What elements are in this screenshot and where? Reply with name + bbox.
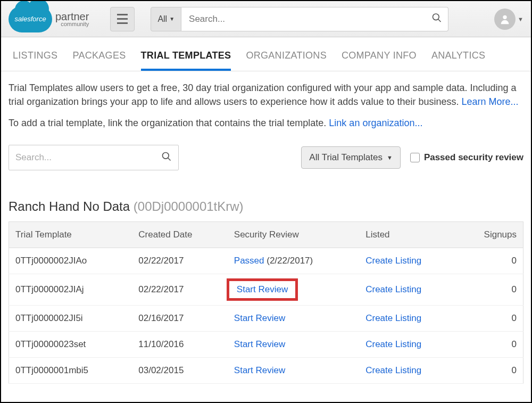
passed-security-review-filter[interactable]: Passed security review <box>410 152 523 163</box>
cell-created-date: 11/10/2016 <box>132 332 228 358</box>
trial-templates-table: Trial Template Created Date Security Rev… <box>9 221 523 384</box>
intro-p1: Trial Templates allow users to get a fre… <box>9 83 517 107</box>
cell-listed: Create Listing <box>359 274 458 306</box>
global-search-input[interactable] <box>181 7 448 31</box>
main-content: Trial Templates allow users to get a fre… <box>1 81 531 384</box>
cell-security-review: Start Review <box>228 274 359 306</box>
tab-trial-templates[interactable]: TRIAL TEMPLATES <box>141 50 231 71</box>
table-row: 0TTj0000002JIAj02/22/2017Start ReviewCre… <box>9 274 523 306</box>
brand-text-wrap: partner community <box>55 11 89 27</box>
security-review-link[interactable]: Start Review <box>234 339 285 349</box>
cell-listed: Create Listing <box>359 332 458 358</box>
salesforce-cloud-logo: salesforce <box>9 6 52 32</box>
menu-button[interactable] <box>110 7 135 31</box>
caret-down-icon: ▼ <box>518 16 523 22</box>
tab-analytics[interactable]: ANALYTICS <box>431 50 485 71</box>
intro-text: Trial Templates allow users to get a fre… <box>9 81 523 130</box>
intro-p2: To add a trial template, link the organi… <box>9 118 329 128</box>
cell-signups: 0 <box>458 358 523 384</box>
caret-down-icon: ▼ <box>387 154 393 161</box>
top-bar: salesforce partner community All ▼ ▼ <box>1 1 531 37</box>
svg-line-4 <box>168 158 171 160</box>
search-scope-dropdown[interactable]: All ▼ <box>151 7 181 31</box>
table-row: 0TTj00000023set11/10/2016Start ReviewCre… <box>9 332 523 358</box>
tab-packages[interactable]: PACKAGES <box>72 50 126 71</box>
security-review-link[interactable]: Passed <box>234 256 264 266</box>
tab-organizations[interactable]: ORGANIZATIONS <box>246 50 327 71</box>
cell-trial-template: 0TTj0000002JI5i <box>9 306 132 332</box>
cell-trial-template: 0TTj00000023set <box>9 332 132 358</box>
cell-security-review: Passed (2/22/2017) <box>228 248 359 274</box>
cell-listed: Create Listing <box>359 358 458 384</box>
cell-trial-template: 0TTj0000001mbi5 <box>9 358 132 384</box>
global-search: All ▼ <box>151 7 448 31</box>
tab-listings[interactable]: LISTINGS <box>13 50 57 71</box>
template-search-placeholder: Search... <box>15 152 52 163</box>
cell-signups: 0 <box>458 274 523 306</box>
create-listing-link[interactable]: Create Listing <box>365 256 421 266</box>
passed-security-review-label: Passed security review <box>424 152 523 163</box>
cell-created-date: 03/02/2015 <box>132 358 228 384</box>
create-listing-link[interactable]: Create Listing <box>365 365 421 375</box>
security-review-link[interactable]: Start Review <box>237 284 288 294</box>
cell-security-review: Start Review <box>228 306 359 332</box>
cell-trial-template: 0TTj0000002JIAj <box>9 274 132 306</box>
brand-cloud-text: salesforce <box>14 15 46 23</box>
brand: salesforce partner community <box>9 6 89 32</box>
create-listing-link[interactable]: Create Listing <box>365 284 421 294</box>
create-listing-link[interactable]: Create Listing <box>365 339 421 349</box>
table-header-row: Trial Template Created Date Security Rev… <box>9 222 523 248</box>
cell-listed: Create Listing <box>359 248 458 274</box>
org-section-title: Ranch Hand No Data (00Dj0000001tKrw) <box>9 199 523 214</box>
svg-point-3 <box>163 152 169 159</box>
create-listing-link[interactable]: Create Listing <box>365 313 421 323</box>
cell-created-date: 02/22/2017 <box>132 274 228 306</box>
security-review-link[interactable]: Start Review <box>234 365 285 375</box>
cell-security-review: Start Review <box>228 332 359 358</box>
learn-more-link[interactable]: Learn More... <box>461 96 518 107</box>
table-row: 0TTj0000001mbi503/02/2015Start ReviewCre… <box>9 358 523 384</box>
col-security-review[interactable]: Security Review <box>228 222 359 248</box>
table-row: 0TTj0000002JI5i02/16/2017Start ReviewCre… <box>9 306 523 332</box>
filter-row: Search... All Trial Templates ▼ Passed s… <box>9 145 523 170</box>
cell-trial-template: 0TTj0000002JIAo <box>9 248 132 274</box>
search-icon <box>431 12 442 26</box>
search-scope-label: All <box>157 14 167 24</box>
svg-point-0 <box>433 14 439 20</box>
cell-signups: 0 <box>458 306 523 332</box>
user-menu[interactable]: ▼ <box>494 9 523 30</box>
template-search-input[interactable]: Search... <box>9 145 179 170</box>
svg-point-2 <box>503 15 506 19</box>
caret-down-icon: ▼ <box>169 16 174 22</box>
link-organization-link[interactable]: Link an organization... <box>329 118 422 128</box>
avatar-icon <box>494 9 516 30</box>
cell-created-date: 02/22/2017 <box>132 248 228 274</box>
svg-line-1 <box>438 19 441 22</box>
tab-company-info[interactable]: COMPANY INFO <box>342 50 417 71</box>
cell-signups: 0 <box>458 332 523 358</box>
template-filter-label: All Trial Templates <box>309 152 383 163</box>
col-created-date[interactable]: Created Date <box>132 222 228 248</box>
highlight-box: Start Review <box>227 278 298 301</box>
cell-security-review: Start Review <box>228 358 359 384</box>
cell-listed: Create Listing <box>359 306 458 332</box>
col-trial-template[interactable]: Trial Template <box>9 222 132 248</box>
org-name: Ranch Hand No Data <box>9 199 130 213</box>
hamburger-icon <box>117 14 128 24</box>
template-filter-dropdown[interactable]: All Trial Templates ▼ <box>301 146 401 169</box>
cell-signups: 0 <box>458 248 523 274</box>
security-review-extra: (2/22/2017) <box>264 256 313 266</box>
org-id: (00Dj0000001tKrw) <box>134 199 244 213</box>
col-signups[interactable]: Signups <box>458 222 523 248</box>
table-row: 0TTj0000002JIAo02/22/2017Passed (2/22/20… <box>9 248 523 274</box>
cell-created-date: 02/16/2017 <box>132 306 228 332</box>
brand-subtext: community <box>55 21 89 27</box>
search-icon <box>161 151 172 165</box>
main-tabs: LISTINGS PACKAGES TRIAL TEMPLATES ORGANI… <box>1 37 531 71</box>
checkbox-icon <box>410 153 420 162</box>
security-review-link[interactable]: Start Review <box>234 313 285 323</box>
col-listed[interactable]: Listed <box>359 222 458 248</box>
